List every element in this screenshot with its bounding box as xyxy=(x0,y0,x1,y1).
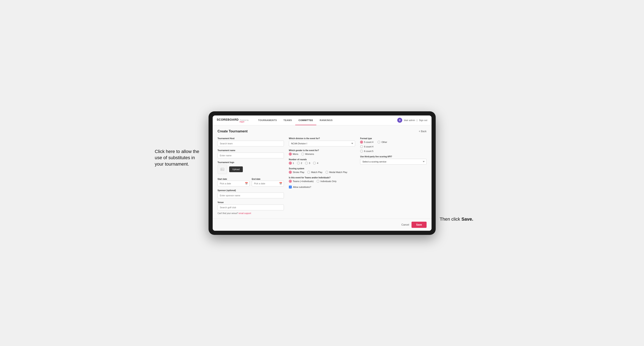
nav-rankings[interactable]: RANKINGS xyxy=(316,116,336,125)
venue-label: Venue xyxy=(218,201,284,203)
gender-radio-group: Mens Womens xyxy=(289,153,355,156)
tournament-host-label: Tournament Host xyxy=(218,137,284,140)
upload-button[interactable]: Upload xyxy=(229,167,243,172)
rounds-radio-group: 1 2 3 xyxy=(289,162,355,165)
scoring-medal-radio[interactable] xyxy=(326,171,328,173)
gender-womens-radio[interactable] xyxy=(301,153,304,156)
rounds-4[interactable]: 4 xyxy=(313,162,318,165)
navbar: SCOREBOARD Powered by clippd TOURNAMENTS… xyxy=(213,116,432,125)
rounds-4-radio[interactable] xyxy=(313,162,316,165)
tournament-name-input[interactable] xyxy=(218,153,284,158)
scoring-api-label: Use third-party live scoring API? xyxy=(360,156,426,158)
substitutes-group: ✓ Allow substitutes? xyxy=(289,185,355,188)
save-button[interactable]: Save xyxy=(412,222,426,228)
rounds-3[interactable]: 3 xyxy=(305,162,310,165)
annotation-left: Click here to allow the use of substitut… xyxy=(155,149,204,168)
start-date-wrapper: 📅 xyxy=(218,181,250,186)
page-title: Create Tournament xyxy=(218,130,248,133)
venue-help: Can't find your venue? email support xyxy=(218,212,284,214)
rounds-1[interactable]: 1 xyxy=(289,162,294,165)
gender-mens[interactable]: Mens xyxy=(289,153,298,156)
rounds-label: Number of rounds xyxy=(289,158,355,161)
form-grid: Tournament Host Tournament name Tourname… xyxy=(218,137,426,214)
back-link[interactable]: < Back xyxy=(419,130,426,133)
user-label: blair admin xyxy=(404,119,415,122)
logo: SCOREBOARD Powered by clippd xyxy=(217,118,248,123)
gender-group: Which gender is the event for? Mens Wome… xyxy=(289,149,355,156)
tournament-host-input[interactable] xyxy=(218,141,284,146)
email-support-link[interactable]: email support xyxy=(239,212,251,214)
format-6count5-radio[interactable] xyxy=(360,150,363,153)
division-label: Which division is the event for? xyxy=(289,137,355,140)
format-other-radio[interactable] xyxy=(378,141,380,144)
form-col-middle: Which division is the event for? NCAA Di… xyxy=(289,137,355,214)
form-footer: Cancel Save xyxy=(213,219,432,231)
logo-clippd: clippd xyxy=(240,121,248,123)
individuals-radio[interactable] xyxy=(316,180,320,183)
nav-items: TOURNAMENTS TEAMS COMMITTEE RANKINGS xyxy=(255,116,398,125)
scoring-stroke-radio[interactable] xyxy=(289,171,292,173)
individuals-only[interactable]: Individuals Only xyxy=(316,180,336,183)
svg-rect-0 xyxy=(221,168,224,171)
nav-right: B blair admin | Sign out xyxy=(397,118,427,123)
scoring-service-select[interactable]: Select a scoring service xyxy=(360,159,426,165)
format-5count4-radio[interactable] xyxy=(360,141,363,144)
nav-tournaments[interactable]: TOURNAMENTS xyxy=(255,116,280,125)
scoring-medal[interactable]: Medal Match Play xyxy=(326,171,347,173)
tablet-screen: SCOREBOARD Powered by clippd TOURNAMENTS… xyxy=(213,116,432,231)
rounds-3-radio[interactable] xyxy=(305,162,308,165)
svg-point-1 xyxy=(221,169,222,170)
logo-preview xyxy=(218,165,227,174)
tournament-name-group: Tournament name xyxy=(218,149,284,158)
gender-mens-radio[interactable] xyxy=(289,153,292,156)
rounds-group: Number of rounds 1 2 xyxy=(289,158,355,165)
substitutes-label: Allow substitutes? xyxy=(293,186,311,188)
end-date-group: End date 📅 xyxy=(252,177,284,186)
scoring-stroke[interactable]: Stroke Play xyxy=(289,171,304,173)
rounds-2-radio[interactable] xyxy=(297,162,300,165)
format-6count5[interactable]: 6 count 5 xyxy=(360,150,426,153)
tournament-logo-group: Tournament logo Upload xyxy=(218,161,284,174)
format-6count4-radio[interactable] xyxy=(360,145,363,148)
sponsor-input[interactable] xyxy=(218,192,284,198)
teams-radio-group: Teams (+Individuals) Individuals Only xyxy=(289,180,355,183)
rounds-1-radio[interactable] xyxy=(289,162,292,165)
gender-womens[interactable]: Womens xyxy=(301,153,314,156)
logo-upload-area: Upload xyxy=(218,165,284,174)
teams-label: Is this event for Teams and/or Individua… xyxy=(289,176,355,179)
format-options: 5 count 4 Other 6 count 4 xyxy=(360,141,426,153)
tournament-host-group: Tournament Host xyxy=(218,137,284,146)
end-date-label: End date xyxy=(252,178,260,180)
start-date-label: Start date xyxy=(218,178,227,180)
division-group: Which division is the event for? NCAA Di… xyxy=(289,137,355,146)
scoring-match-radio[interactable] xyxy=(307,171,310,173)
scoring-system-label: Scoring system xyxy=(289,168,355,170)
teams-radio[interactable] xyxy=(289,180,292,183)
scoring-match[interactable]: Match Play xyxy=(307,171,322,173)
start-date-group: Start date 📅 xyxy=(218,177,250,186)
format-type-group: Format type 5 count 4 Other xyxy=(360,137,426,153)
nav-teams[interactable]: TEAMS xyxy=(280,116,295,125)
substitutes-checkbox-item[interactable]: ✓ Allow substitutes? xyxy=(289,185,355,188)
format-5count4[interactable]: 5 count 4 xyxy=(360,141,373,144)
signout-link[interactable]: Sign out xyxy=(419,119,427,122)
format-other[interactable]: Other xyxy=(378,141,387,144)
format-6count4[interactable]: 6 count 4 xyxy=(360,145,426,148)
rounds-2[interactable]: 2 xyxy=(297,162,302,165)
sponsor-label: Sponsor (optional) xyxy=(218,189,284,191)
substitutes-checkbox[interactable]: ✓ xyxy=(289,185,292,188)
nav-separator: | xyxy=(417,119,417,122)
venue-input[interactable] xyxy=(218,204,284,210)
venue-group: Venue Can't find your venue? email suppo… xyxy=(218,201,284,214)
nav-committee[interactable]: COMMITTEE xyxy=(295,116,316,125)
division-select[interactable]: NCAA Division I xyxy=(289,141,355,146)
form-col-right: Format type 5 count 4 Other xyxy=(360,137,426,214)
cancel-button[interactable]: Cancel xyxy=(402,223,409,226)
tournament-logo-label: Tournament logo xyxy=(218,161,284,164)
tournament-name-label: Tournament name xyxy=(218,149,284,152)
teams-plus-individuals[interactable]: Teams (+Individuals) xyxy=(289,180,314,183)
end-date-icon: 📅 xyxy=(279,182,282,185)
sponsor-group: Sponsor (optional) xyxy=(218,189,284,198)
format-type-label: Format type xyxy=(360,137,426,140)
tablet-frame: SCOREBOARD Powered by clippd TOURNAMENTS… xyxy=(208,111,436,235)
